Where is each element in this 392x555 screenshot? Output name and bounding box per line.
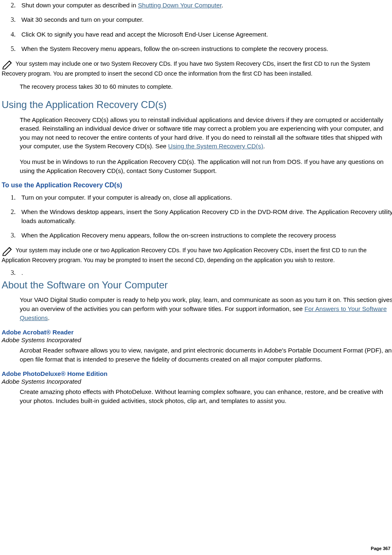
link-using-system-recovery[interactable]: Using the System Recovery CD(s) bbox=[168, 143, 263, 150]
step-number: 4. bbox=[11, 30, 16, 39]
program-title-photodeluxe: Adobe PhotoDeluxe® Home Edition bbox=[2, 370, 392, 377]
subheading-to-use-app-recovery: To use the Application Recovery CD(s) bbox=[2, 182, 392, 189]
para-text-post: . bbox=[263, 143, 265, 150]
system-recovery-steps-continued: 2. Shut down your computer as described … bbox=[2, 1, 392, 53]
page-container: 2. Shut down your computer as described … bbox=[2, 1, 392, 553]
note-text: Your system may include one or two Appli… bbox=[2, 247, 367, 263]
step-text-pre: Shut down your computer as described in bbox=[21, 2, 138, 9]
stray-list: 3. . bbox=[2, 269, 392, 276]
stray-dot: . bbox=[21, 269, 23, 276]
note-system-recovery-cds: Your system may include one or two Syste… bbox=[2, 59, 392, 78]
program-title-acrobat: Adobe Acrobat® Reader bbox=[2, 329, 392, 336]
para-text-post: . bbox=[48, 314, 49, 321]
about-software-intro: Your VAIO Digital Studio computer is rea… bbox=[20, 295, 392, 322]
program-author-photodeluxe: Adobe Systems Incorporated bbox=[2, 378, 392, 385]
app-step-2: 2. When the Windows desktop appears, ins… bbox=[21, 207, 392, 225]
step-text: When the System Recovery menu appears, f… bbox=[21, 45, 328, 52]
pencil-note-icon bbox=[2, 245, 14, 256]
step-number: 3. bbox=[11, 15, 16, 24]
step-number: 5. bbox=[11, 44, 16, 53]
app-recovery-windows-note: You must be in Windows to run the Applic… bbox=[20, 157, 392, 175]
stray-item: 3. . bbox=[21, 269, 392, 276]
pencil-note-icon bbox=[2, 59, 14, 69]
page-number: Page 367 bbox=[371, 546, 390, 551]
step-number: 3. bbox=[11, 231, 16, 240]
app-recovery-steps: 1. Turn on your computer. If your comput… bbox=[2, 193, 392, 240]
app-step-1: 1. Turn on your computer. If your comput… bbox=[21, 193, 392, 202]
note-app-recovery-cds: Your system may include one or two Appli… bbox=[2, 245, 392, 264]
app-step-3: 3. When the Application Recovery menu ap… bbox=[21, 231, 392, 240]
step-number: 2. bbox=[11, 1, 16, 10]
step-text: Wait 30 seconds and turn on your compute… bbox=[21, 16, 143, 23]
step-5: 5. When the System Recovery menu appears… bbox=[21, 44, 392, 53]
step-2: 2. Shut down your computer as described … bbox=[21, 1, 392, 9]
recovery-time-note: The recovery process takes 30 to 60 minu… bbox=[20, 83, 392, 91]
step-4: 4. Click OK to signify you have read and… bbox=[21, 30, 392, 39]
heading-using-application-recovery: Using the Application Recovery CD(s) bbox=[2, 98, 392, 111]
step-text: Turn on your computer. If your computer … bbox=[21, 194, 232, 201]
step-number: 1. bbox=[11, 193, 16, 202]
step-text: Click OK to signify you have read and ac… bbox=[21, 31, 268, 38]
program-body-acrobat: Acrobat Reader software allows you to vi… bbox=[20, 346, 392, 364]
step-3: 3. Wait 30 seconds and turn on your comp… bbox=[21, 15, 392, 24]
app-recovery-intro: The Application Recovery CD(s) allows yo… bbox=[20, 115, 392, 151]
note-text: Your system may include one or two Syste… bbox=[2, 60, 370, 77]
step-number: 2. bbox=[11, 207, 16, 216]
stray-number: 3. bbox=[11, 269, 16, 276]
program-body-photodeluxe: Create amazing photo effects with PhotoD… bbox=[20, 387, 392, 405]
step-text: When the Windows desktop appears, insert… bbox=[21, 208, 392, 224]
step-text: When the Application Recovery menu appea… bbox=[21, 232, 336, 239]
link-shutting-down[interactable]: Shutting Down Your Computer bbox=[138, 2, 221, 9]
step-text-post: . bbox=[221, 2, 223, 9]
heading-about-software: About the Software on Your Computer bbox=[2, 279, 392, 291]
program-author-acrobat: Adobe Systems Incorporated bbox=[2, 336, 392, 343]
